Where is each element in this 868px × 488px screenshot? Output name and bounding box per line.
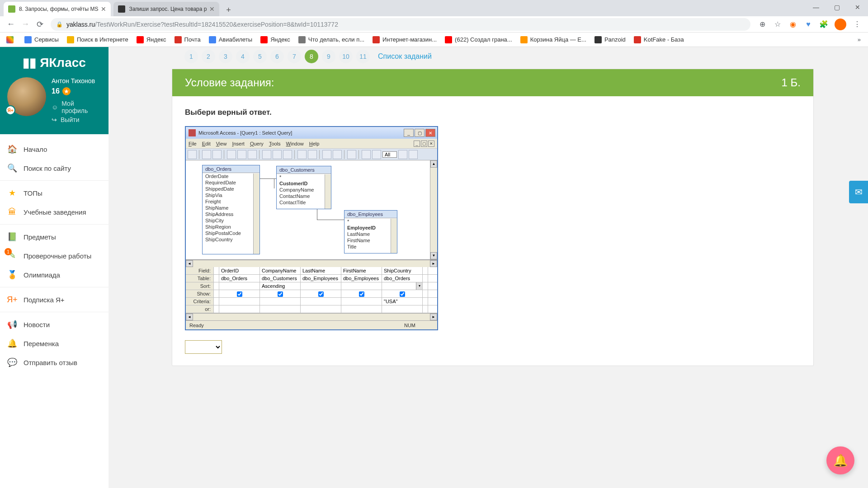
table-field[interactable]: CustomerID bbox=[277, 180, 331, 187]
extension-icon[interactable]: ♥ bbox=[804, 20, 813, 29]
sidebar-item[interactable]: 💬Отправить отзыв bbox=[0, 353, 108, 372]
tab-close-icon[interactable]: ✕ bbox=[209, 5, 215, 13]
bookmark-item[interactable]: Panzoid bbox=[592, 34, 628, 45]
grid-cell[interactable]: dbo_Customers bbox=[260, 275, 301, 282]
bookmark-item[interactable]: Сервисы bbox=[22, 34, 61, 45]
pager-item[interactable]: 8 bbox=[305, 50, 318, 63]
tab-close-icon[interactable]: ✕ bbox=[101, 5, 106, 13]
sidebar-item[interactable]: 🔔Переменка bbox=[0, 334, 108, 353]
table-scrollbar[interactable] bbox=[253, 174, 259, 254]
grid-cell[interactable] bbox=[260, 305, 301, 313]
toolbar-button[interactable] bbox=[188, 150, 197, 159]
grid-cell[interactable] bbox=[219, 305, 260, 313]
access-menu-item[interactable]: Edit bbox=[202, 141, 211, 146]
toolbar-button[interactable] bbox=[212, 150, 222, 159]
table-scrollbar[interactable] bbox=[391, 219, 397, 253]
sidebar-item[interactable]: 📗Предметы bbox=[0, 227, 108, 246]
extensions-icon[interactable]: 🧩 bbox=[819, 20, 828, 29]
browser-tab-active[interactable]: 8. Запросы, формы, отчёты MS ✕ bbox=[4, 2, 111, 16]
bookmark-item[interactable]: Что делать, если п... bbox=[296, 34, 367, 45]
grid-cell[interactable]: ShipCountry bbox=[382, 267, 423, 274]
bookmark-item[interactable]: KotFake - База bbox=[631, 34, 687, 45]
toolbar-button[interactable] bbox=[262, 150, 271, 159]
toolbar-button[interactable] bbox=[409, 150, 418, 159]
bookmarks-overflow[interactable]: » bbox=[854, 36, 864, 43]
table-field[interactable]: OrderDate bbox=[203, 173, 259, 179]
pager-item[interactable]: 3 bbox=[219, 50, 232, 63]
notifications-bell-button[interactable]: 🔔 bbox=[826, 446, 854, 474]
bookmark-item[interactable]: Яндекс bbox=[134, 34, 169, 45]
sidebar-item[interactable]: 🏠Начало bbox=[0, 140, 108, 159]
table-field[interactable]: * bbox=[277, 174, 331, 180]
grid-cell[interactable]: LastName bbox=[301, 267, 341, 274]
toolbar-button[interactable] bbox=[322, 150, 331, 159]
toolbar-button[interactable] bbox=[248, 150, 257, 159]
table-field[interactable]: ShipVia bbox=[203, 192, 259, 198]
grid-cell[interactable] bbox=[341, 290, 382, 297]
table-field[interactable]: Freight bbox=[203, 198, 259, 205]
access-menu-item[interactable]: Query bbox=[250, 141, 264, 146]
back-button[interactable]: ← bbox=[4, 17, 18, 32]
table-field[interactable]: FirstName bbox=[344, 237, 397, 244]
grid-cell[interactable] bbox=[219, 282, 260, 290]
access-menu-item[interactable]: Tools bbox=[269, 141, 281, 146]
grid-cell[interactable]: dbo_Employees bbox=[301, 275, 341, 282]
table-field[interactable]: ShippedDate bbox=[203, 186, 259, 192]
toolbar-button[interactable] bbox=[237, 150, 246, 159]
logout-link[interactable]: ↪Выйти bbox=[52, 116, 101, 123]
table-field[interactable]: ShipCountry bbox=[203, 236, 259, 243]
bookmark-item[interactable]: Поиск в Интернете bbox=[64, 34, 131, 45]
toolbar-button[interactable] bbox=[372, 150, 381, 159]
profile-avatar-icon[interactable] bbox=[835, 19, 846, 30]
grid-cell[interactable] bbox=[301, 290, 341, 297]
toolbar-button[interactable] bbox=[398, 150, 407, 159]
sidebar-item[interactable]: 🏛Учебные заведения bbox=[0, 202, 108, 221]
pager-item[interactable]: 10 bbox=[339, 50, 353, 63]
access-menu-item[interactable]: Window bbox=[286, 141, 304, 146]
toolbar-all-field[interactable]: All bbox=[382, 151, 397, 158]
toolbar-button[interactable] bbox=[362, 150, 371, 159]
bookmark-item[interactable]: Авиабилеты bbox=[206, 34, 255, 45]
sidebar-item[interactable]: Я+Подписка Я+ bbox=[0, 290, 108, 309]
grid-cell[interactable] bbox=[341, 298, 382, 305]
grid-cell[interactable]: Ascending bbox=[260, 282, 301, 290]
access-menu-item[interactable]: View bbox=[216, 141, 227, 146]
bookmark-item[interactable]: Почта bbox=[172, 34, 203, 45]
bookmark-item[interactable]: Яндекс bbox=[258, 34, 293, 45]
task-list-link[interactable]: Список заданий bbox=[378, 52, 432, 61]
pager-item[interactable]: 2 bbox=[202, 50, 215, 63]
access-menu-item[interactable]: Help bbox=[309, 141, 320, 146]
query-grid[interactable]: Field:OrderIDCompanyNameLastNameFirstNam… bbox=[186, 267, 437, 313]
table-field[interactable]: ContactTitle bbox=[277, 199, 331, 206]
toolbar-button[interactable] bbox=[347, 150, 356, 159]
window-close[interactable]: ✕ bbox=[847, 0, 868, 14]
forward-button[interactable]: → bbox=[18, 17, 33, 32]
grid-cell[interactable] bbox=[341, 282, 382, 290]
table-field[interactable]: LastName bbox=[344, 231, 397, 237]
menu-icon[interactable]: ⋮ bbox=[853, 20, 862, 29]
toolbar-button[interactable] bbox=[283, 150, 292, 159]
window-maximize[interactable]: ▢ bbox=[826, 0, 847, 14]
new-tab-button[interactable]: + bbox=[222, 4, 235, 16]
table-field[interactable]: ShipRegion bbox=[203, 224, 259, 230]
table-field[interactable]: EmployeeID bbox=[344, 225, 397, 231]
access-minimize[interactable]: _ bbox=[404, 129, 414, 137]
grid-cell[interactable] bbox=[301, 282, 341, 290]
vertical-scrollbar[interactable] bbox=[430, 160, 437, 259]
pager-item[interactable]: 1 bbox=[184, 50, 198, 63]
bookmark-item[interactable]: (622) Создал грана... bbox=[442, 34, 515, 45]
grid-cell[interactable]: OrderID bbox=[219, 267, 260, 274]
grid-cell[interactable] bbox=[260, 290, 301, 297]
access-maximize[interactable]: ▢ bbox=[415, 129, 425, 137]
star-icon[interactable]: ☆ bbox=[773, 20, 782, 29]
install-icon[interactable]: ⊕ bbox=[758, 20, 767, 29]
toolbar-button[interactable] bbox=[333, 150, 342, 159]
grid-cell[interactable] bbox=[382, 290, 423, 297]
grid-cell[interactable] bbox=[219, 290, 260, 297]
table-dbo-customers[interactable]: dbo_Customers *CustomerIDCompanyNameCont… bbox=[276, 166, 331, 209]
table-scrollbar[interactable] bbox=[325, 174, 331, 209]
feedback-mail-button[interactable]: ✉ bbox=[849, 181, 868, 203]
sidebar-item[interactable]: 🏅Олимпиада bbox=[0, 265, 108, 284]
grid-cell[interactable] bbox=[382, 305, 423, 313]
table-field[interactable]: * bbox=[344, 218, 397, 225]
